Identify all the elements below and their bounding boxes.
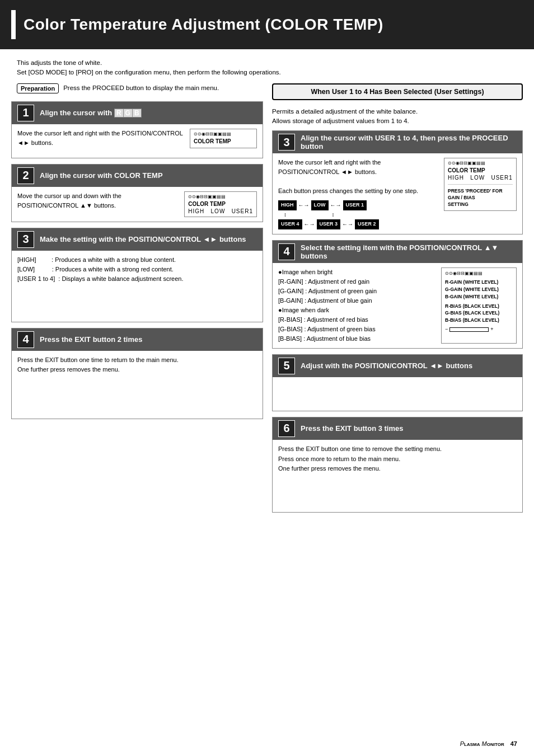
step-1-display: ⊙⊙◉⊟⊟▣▣▤▤ COLOR TEMP xyxy=(190,129,257,148)
intro-line2: Set [OSD MODE] to [PRO] on the configura… xyxy=(17,68,517,77)
gain-item-b: B-GAIN (WHITE LEVEL) xyxy=(445,293,513,300)
step-3-left-box: 3 Make the setting with the POSITION/CON… xyxy=(11,228,263,322)
user4-box: USER 4 xyxy=(278,219,302,229)
progress-bar xyxy=(449,327,489,332)
step-2-text: Move the cursor up and down with the POS… xyxy=(17,191,179,210)
intro-section: This adjusts the tone of white. Set [OSD… xyxy=(0,49,534,83)
step-3-left-line2: [LOW] : Produces a white with a strong r… xyxy=(17,265,257,274)
step-3-right-display: ⊙⊙◉⊟⊟▣▣▤▤ COLOR TEMP HIGH LOW USER1 PRES… xyxy=(444,158,517,211)
step-4-right-text: ●Image when bright [R-GAIN] : Adjustment… xyxy=(278,267,435,344)
step-3-right-title: Align the cursor with USER 1 to 4, then … xyxy=(301,134,517,151)
preparation-text: Press the PROCEED button to display the … xyxy=(63,83,219,93)
step-4-right-box: 4 Select the setting item with the POSIT… xyxy=(272,240,523,349)
step-4-right-title: Select the setting item with the POSITIO… xyxy=(301,243,517,260)
preparation-badge: Preparation xyxy=(17,83,59,93)
step-1-box: 1 Align the cursor with RGB Move the cur… xyxy=(11,101,263,158)
header-accent-bar xyxy=(11,10,16,39)
step-5-right-box: 5 Adjust with the POSITION/CONTROL ◄► bu… xyxy=(272,354,523,411)
user-settings-line2: Allows storage of adjustment values from… xyxy=(272,116,523,126)
step-4-right-body: ●Image when bright [R-GAIN] : Adjustment… xyxy=(273,263,522,348)
step-6-right-body: Press the EXIT button one time to remove… xyxy=(273,440,522,512)
display-label-1: COLOR TEMP xyxy=(194,138,253,144)
progress-bar-area: − + xyxy=(445,326,513,334)
display-values-2: HIGH LOW USER1 xyxy=(188,208,253,214)
rgb-b: B xyxy=(133,109,142,118)
preparation-row: Preparation Press the PROCEED button to … xyxy=(11,83,263,93)
low-box: LOW xyxy=(311,200,329,210)
display-icons-2: ⊙⊙◉⊟⊟▣▣▤▤ xyxy=(188,194,253,199)
user-settings-line1: Permits a detailed adjustment of the whi… xyxy=(272,107,523,116)
left-column: Preparation Press the PROCEED button to … xyxy=(11,83,263,518)
page-title: Color Temperature Adjustment (COLOR TEMP… xyxy=(24,16,383,34)
step-1-title: Align the cursor with RGB xyxy=(40,109,142,118)
step-5-right-header: 5 Adjust with the POSITION/CONTROL ◄► bu… xyxy=(273,355,522,377)
step-3-left-body: [HIGH] : Produces a white with a strong … xyxy=(12,251,263,322)
main-content: Preparation Press the PROCEED button to … xyxy=(0,83,534,518)
plus-label: + xyxy=(490,326,493,334)
page-number: 47 xyxy=(510,740,517,747)
rgb-g: G xyxy=(124,109,133,118)
step-4-right-number: 4 xyxy=(278,243,295,260)
rgb-r: R xyxy=(114,109,124,118)
step-6-right-header: 6 Press the EXIT button 3 times xyxy=(273,417,522,440)
right-column: When User 1 to 4 Has Been Selected (User… xyxy=(272,83,523,518)
step-6-right-title: Press the EXIT button 3 times xyxy=(301,424,404,433)
step-3-right-header: 3 Align the cursor with USER 1 to 4, the… xyxy=(273,131,522,153)
user2-box: USER 2 xyxy=(355,219,379,229)
user3-box: USER 3 xyxy=(317,219,341,229)
step-6-line3: One further press removes the menu. xyxy=(278,464,517,474)
gain-list: R-GAIN (WHITE LEVEL) G-GAIN (WHITE LEVEL… xyxy=(445,279,513,333)
rgb-badge: RGB xyxy=(114,109,142,118)
display-values-3r: HIGH LOW USER1 xyxy=(448,175,513,181)
footer-text: Plasma Monitor xyxy=(460,740,504,747)
step-3-right-number: 3 xyxy=(278,134,295,151)
display-icons-1: ⊙⊙◉⊟⊟▣▣▤▤ xyxy=(194,132,253,137)
step-4-left-line2: One further press removes the menu. xyxy=(17,365,257,375)
step-2-header: 2 Align the cursor with COLOR TEMP xyxy=(12,165,263,187)
step-2-display: ⊙⊙◉⊟⊟▣▣▤▤ COLOR TEMP HIGH LOW USER1 xyxy=(184,191,257,217)
step-3-right-box: 3 Align the cursor with USER 1 to 4, the… xyxy=(272,130,523,234)
step-3-left-number: 3 xyxy=(17,231,34,248)
step-1-text: Move the cursor left and right with the … xyxy=(17,129,184,148)
gain-item-r: R-GAIN (WHITE LEVEL) xyxy=(445,279,513,286)
step-4-left-title: Press the EXIT button 2 times xyxy=(40,335,143,344)
display-icons-3r: ⊙⊙◉⊟⊟▣▣▤▤ xyxy=(448,161,513,166)
step-6-line2: Press once more to return to the main me… xyxy=(278,454,517,464)
step-1-header: 1 Align the cursor with RGB xyxy=(12,102,263,124)
high-box: HIGH xyxy=(278,200,297,210)
user-settings-intro: Permits a detailed adjustment of the whi… xyxy=(272,107,523,131)
display-label-2: COLOR TEMP xyxy=(188,201,253,207)
step-4-left-box: 4 Press the EXIT button 2 times Press th… xyxy=(11,328,263,419)
step-3-right-body: Move the cursor left and right with the … xyxy=(273,153,522,234)
step-5-right-body xyxy=(273,377,522,411)
page-header: Color Temperature Adjustment (COLOR TEMP… xyxy=(0,0,534,49)
arrow-row1: HIGH ←→ LOW ←→ USER 1 xyxy=(278,200,438,210)
step-5-right-title: Adjust with the POSITION/CONTROL ◄► butt… xyxy=(301,361,472,370)
user1-box: USER 1 xyxy=(343,200,367,210)
step-1-body: Move the cursor left and right with the … xyxy=(12,124,263,158)
step-2-body: Move the cursor up and down with the POS… xyxy=(12,187,263,222)
step-3-left-header: 3 Make the setting with the POSITION/CON… xyxy=(12,228,263,251)
display-icons-4r: ⊙⊙◉⊟⊟▣▣▤▤ xyxy=(445,270,513,278)
page-footer: Plasma Monitor 47 xyxy=(460,740,517,747)
user-settings-box: When User 1 to 4 Has Been Selected (User… xyxy=(272,83,523,100)
step-4-right-header: 4 Select the setting item with the POSIT… xyxy=(273,241,522,263)
step-4-right-display: ⊙⊙◉⊟⊟▣▣▤▤ R-GAIN (WHITE LEVEL) G-GAIN (W… xyxy=(441,267,517,344)
step-3-left-line3: [USER 1 to 4] : Displays a white balance… xyxy=(17,274,257,284)
step-6-right-number: 6 xyxy=(278,420,295,437)
arrow-diagram: HIGH ←→ LOW ←→ USER 1 ↕ ↕ USER 4 ←→ xyxy=(278,200,438,229)
step-3-left-title: Make the setting with the POSITION/CONTR… xyxy=(40,235,246,243)
step-4-left-body: Press the EXIT button one time to return… xyxy=(12,351,263,419)
step-2-number: 2 xyxy=(17,167,34,184)
step-2-title: Align the cursor with COLOR TEMP xyxy=(40,171,163,180)
step-6-right-box: 6 Press the EXIT button 3 times Press th… xyxy=(272,417,523,513)
display-label-3r: COLOR TEMP xyxy=(448,167,513,173)
step-2-box: 2 Align the cursor with COLOR TEMP Move … xyxy=(11,164,263,222)
bias-item-b: B-BIAS (BLACK LEVEL) xyxy=(445,317,513,324)
step-4-left-header: 4 Press the EXIT button 2 times xyxy=(12,328,263,351)
step-3-left-line1: [HIGH] : Produces a white with a strong … xyxy=(17,255,257,265)
step-6-line1: Press the EXIT button one time to remove… xyxy=(278,444,517,454)
intro-line1: This adjusts the tone of white. xyxy=(17,58,517,68)
press-label: PRESS 'PROCEED' FORGAIN / BIASSETTING xyxy=(448,188,513,208)
gain-item-g: G-GAIN (WHITE LEVEL) xyxy=(445,286,513,293)
